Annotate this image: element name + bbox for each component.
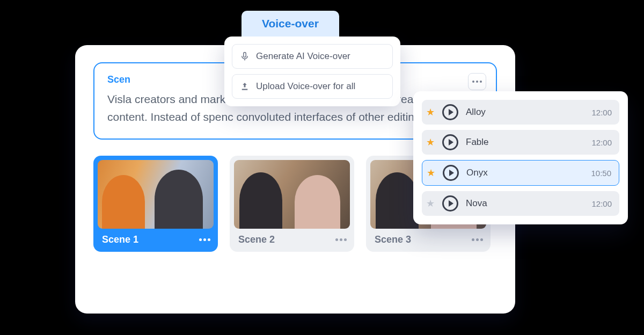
- svg-rect-0: [244, 53, 246, 57]
- voice-name: Alloy: [466, 107, 584, 118]
- play-button[interactable]: [443, 165, 459, 181]
- voiceover-panel: Generate AI Voice-over Upload Voice-over…: [224, 37, 400, 106]
- play-button[interactable]: [442, 104, 458, 120]
- voice-duration: 12:00: [591, 138, 612, 147]
- scene-label: Scene 1: [102, 234, 138, 245]
- voice-name: Fable: [466, 137, 584, 148]
- voice-name: Nova: [466, 198, 584, 209]
- scene-more-button[interactable]: [472, 238, 483, 241]
- scene-thumbnail: [234, 160, 350, 229]
- voice-row-nova[interactable]: ★ Nova 12:00: [422, 191, 619, 216]
- voice-name: Onyx: [466, 168, 583, 178]
- more-icon: [472, 81, 482, 83]
- scene-text-more-button[interactable]: [468, 73, 486, 90]
- play-button[interactable]: [442, 195, 458, 212]
- voice-duration: 12:00: [591, 199, 612, 208]
- generate-ai-voiceover-button[interactable]: Generate AI Voice-over: [232, 44, 393, 69]
- star-icon[interactable]: ★: [426, 106, 435, 118]
- scene-more-button[interactable]: [199, 238, 210, 241]
- microphone-icon: [240, 52, 250, 61]
- star-icon[interactable]: ★: [426, 198, 435, 209]
- scene-label: Scene 2: [238, 234, 275, 245]
- scene-label: Scene 3: [375, 234, 411, 245]
- play-button[interactable]: [442, 134, 458, 150]
- voice-duration: 10:50: [591, 169, 611, 178]
- star-icon[interactable]: ★: [427, 167, 435, 179]
- svg-rect-2: [242, 89, 248, 90]
- star-icon[interactable]: ★: [426, 136, 435, 148]
- scene-more-button[interactable]: [335, 238, 347, 241]
- upload-voiceover-label: Upload Voice-over for all: [256, 81, 355, 92]
- upload-voiceover-button[interactable]: Upload Voice-over for all: [232, 74, 393, 99]
- voice-list-panel: ★ Alloy 12:00 ★ Fable 12:00 ★ Onyx 10:50…: [413, 91, 628, 224]
- voice-row-onyx[interactable]: ★ Onyx 10:50: [422, 160, 619, 186]
- upload-icon: [240, 82, 250, 91]
- voice-row-alloy[interactable]: ★ Alloy 12:00: [422, 100, 619, 125]
- voiceover-tab[interactable]: Voice-over: [241, 11, 339, 37]
- generate-ai-voiceover-label: Generate AI Voice-over: [256, 51, 350, 62]
- scene-thumbnail: [98, 160, 214, 229]
- voice-row-fable[interactable]: ★ Fable 12:00: [422, 130, 619, 155]
- scene-card-1[interactable]: Scene 1: [93, 156, 218, 252]
- voice-duration: 12:00: [591, 108, 612, 117]
- scene-card-2[interactable]: Scene 2: [230, 156, 354, 252]
